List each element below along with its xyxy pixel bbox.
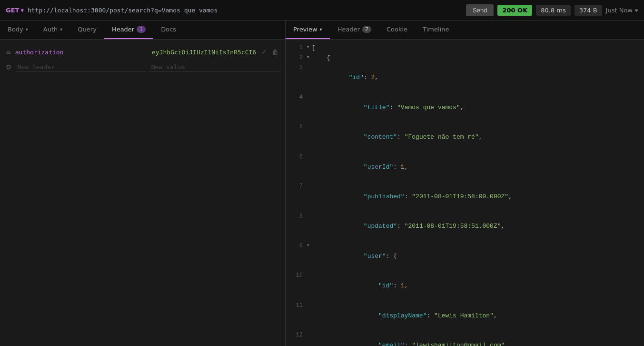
line-content-7: "published": "2011-08-01T19:58:00.000Z",	[312, 182, 640, 212]
tab-cookie-label: Cookie	[386, 26, 407, 33]
tab-response-header[interactable]: Header 7	[330, 20, 379, 39]
tab-header[interactable]: Header 1	[104, 20, 153, 39]
timestamp-chevron	[634, 10, 638, 12]
json-line-4: 4 "title": "Vamos que vamos",	[286, 93, 644, 122]
response-size: 374 B	[575, 5, 602, 16]
tab-timeline[interactable]: Timeline	[415, 20, 456, 39]
tab-body[interactable]: Body ▾	[0, 20, 36, 39]
right-tab-bar: Preview ▾ Header 7 Cookie Timeline	[286, 20, 644, 40]
line-num-1: 1	[289, 43, 303, 52]
tab-response-header-count: 7	[362, 26, 371, 33]
tab-header-count: 1	[137, 26, 146, 33]
fold-11	[307, 301, 310, 310]
line-num-6: 6	[289, 153, 303, 162]
method-selector[interactable]: GET ▾	[6, 7, 24, 14]
tab-docs-label: Docs	[161, 26, 176, 33]
header-list: ≡ authorization eyJhbGciOiJIUzI1NiIsInR5…	[0, 40, 285, 346]
left-panel: Body ▾ Auth ▾ Query Header 1 Docs ≡ auth	[0, 20, 286, 346]
tab-timeline-label: Timeline	[423, 26, 449, 33]
line-num-5: 5	[289, 122, 303, 132]
fold-6	[307, 153, 310, 161]
left-tab-bar: Body ▾ Auth ▾ Query Header 1 Docs	[0, 20, 285, 40]
delete-icon-button[interactable]: 🗑	[271, 47, 279, 57]
json-viewer: 1 ▾ [ 2 ▾ { 3 "id": 2, 4	[286, 40, 644, 346]
main-layout: Body ▾ Auth ▾ Query Header 1 Docs ≡ auth	[0, 20, 644, 346]
fold-3	[307, 63, 310, 72]
method-label: GET	[6, 7, 19, 14]
gear-icon: ⚙	[6, 63, 12, 71]
line-content-9: "user": {	[312, 242, 640, 271]
tab-cookie[interactable]: Cookie	[379, 20, 415, 39]
line-content-8: "updated": "2011-08-01T19:58:51.000Z",	[312, 212, 640, 242]
fold-8	[307, 212, 310, 221]
status-text: OK	[517, 7, 527, 14]
right-panel: Preview ▾ Header 7 Cookie Timeline 1 ▾ [	[286, 20, 644, 346]
timestamp-label: Just Now	[606, 7, 633, 14]
new-header-input[interactable]	[16, 62, 146, 72]
fold-1[interactable]: ▾	[307, 43, 310, 52]
line-content-12: "email": "lewishamilton@gmail.com",	[312, 331, 640, 346]
fold-9[interactable]: ▾	[307, 242, 310, 250]
tab-auth[interactable]: Auth ▾	[36, 20, 70, 39]
line-content-11: "displayName": "Lewis Hamilton",	[312, 301, 640, 331]
timestamp-info: Just Now	[606, 7, 638, 14]
tab-body-label: Body	[8, 26, 23, 33]
line-num-3: 3	[289, 63, 303, 72]
tab-preview-label: Preview	[293, 26, 317, 33]
json-line-12: 12 "email": "lewishamilton@gmail.com",	[286, 331, 644, 346]
line-content-2: {	[312, 53, 640, 63]
json-line-10: 10 "id": 1,	[286, 271, 644, 301]
status-badge: 200 OK	[497, 5, 532, 16]
fold-5	[307, 122, 310, 131]
tab-auth-arrow: ▾	[60, 27, 62, 32]
line-num-10: 10	[289, 271, 303, 280]
json-line-1: 1 ▾ [	[286, 43, 644, 53]
json-line-8: 8 "updated": "2011-08-01T19:58:51.000Z",	[286, 212, 644, 242]
line-num-2: 2	[289, 53, 303, 62]
json-line-2: 2 ▾ {	[286, 53, 644, 63]
line-content-5: "content": "Foguete não tem ré",	[312, 122, 640, 152]
header-row-actions: ✓ 🗑	[260, 47, 279, 57]
method-chevron: ▾	[20, 7, 24, 14]
drag-handle-icon[interactable]: ≡	[6, 48, 11, 56]
header-value-field[interactable]: eyJhbGciOiJIUzI1NiIsInR5cCI6	[152, 49, 257, 56]
header-key-field[interactable]: authorization	[15, 49, 148, 56]
tab-docs[interactable]: Docs	[153, 20, 184, 39]
fold-7	[307, 182, 310, 191]
tab-preview[interactable]: Preview ▾	[286, 20, 330, 39]
json-line-11: 11 "displayName": "Lewis Hamilton",	[286, 301, 644, 331]
json-line-6: 6 "userId": 1,	[286, 153, 644, 182]
json-line-7: 7 "published": "2011-08-01T19:58:00.000Z…	[286, 182, 644, 212]
new-header-row: ⚙	[0, 60, 285, 75]
tab-header-label: Header	[112, 26, 134, 33]
fold-4	[307, 93, 310, 102]
line-content-1: [	[312, 43, 640, 53]
line-num-7: 7	[289, 182, 303, 191]
line-content-3: "id": 2,	[312, 63, 640, 93]
header-row: ≡ authorization eyJhbGciOiJIUzI1NiIsInR5…	[0, 44, 285, 60]
line-num-12: 12	[289, 331, 303, 340]
json-line-9: 9 ▾ "user": {	[286, 242, 644, 271]
line-content-6: "userId": 1,	[312, 153, 640, 182]
fold-2[interactable]: ▾	[307, 53, 310, 62]
fold-10	[307, 271, 310, 280]
line-num-4: 4	[289, 93, 303, 102]
line-num-8: 8	[289, 212, 303, 221]
json-line-3: 3 "id": 2,	[286, 63, 644, 93]
new-value-input[interactable]	[149, 62, 279, 72]
line-num-9: 9	[289, 242, 303, 251]
check-icon-button[interactable]: ✓	[260, 47, 268, 57]
response-time: 80.8 ms	[536, 5, 571, 16]
line-num-11: 11	[289, 301, 303, 310]
line-content-10: "id": 1,	[312, 271, 640, 301]
tab-query[interactable]: Query	[70, 20, 104, 39]
url-input[interactable]	[28, 7, 462, 14]
tab-preview-arrow: ▾	[320, 27, 322, 32]
fold-12	[307, 331, 310, 339]
tab-auth-label: Auth	[43, 26, 58, 33]
line-content-4: "title": "Vamos que vamos",	[312, 93, 640, 122]
top-bar: GET ▾ Send 200 OK 80.8 ms 374 B Just Now	[0, 0, 644, 20]
tab-query-label: Query	[78, 26, 97, 33]
status-code: 200	[502, 7, 515, 14]
send-button[interactable]: Send	[466, 4, 494, 16]
